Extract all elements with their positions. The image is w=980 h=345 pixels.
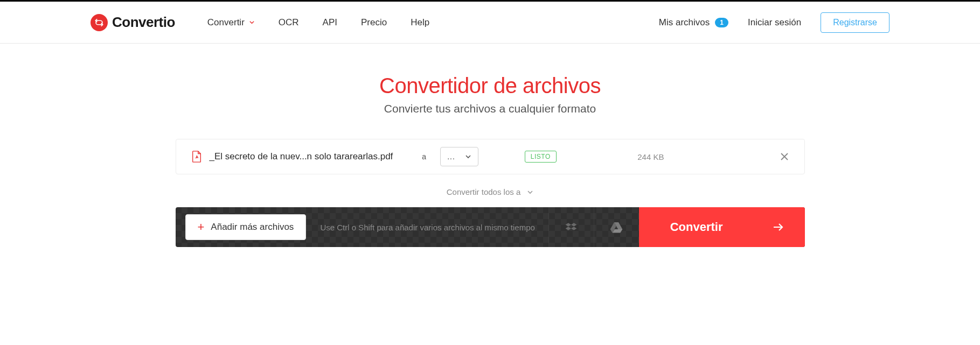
convert-label: Convertir — [670, 220, 723, 234]
nav-help[interactable]: Help — [411, 17, 429, 28]
nav-precio[interactable]: Precio — [361, 17, 387, 28]
convert-button[interactable]: Convertir — [639, 207, 805, 247]
nav-label: Help — [411, 17, 429, 28]
nav: Convertir OCR API Precio Help — [207, 17, 429, 28]
logo[interactable]: Convertio — [91, 14, 175, 31]
nav-label: Precio — [361, 17, 387, 28]
format-select[interactable]: ... — [440, 147, 478, 166]
my-files-link[interactable]: Mis archivos 1 — [659, 17, 728, 28]
logo-text: Convertio — [112, 14, 175, 31]
chevron-down-icon — [249, 19, 255, 25]
login-link[interactable]: Iniciar sesión — [748, 17, 801, 28]
page-subtitle: Convierte tus archivos a cualquier forma… — [0, 102, 980, 115]
nav-label: API — [323, 17, 337, 28]
convert-all-row[interactable]: Convertir todos los a — [176, 174, 805, 207]
to-label: a — [422, 152, 426, 161]
nav-label: OCR — [279, 17, 299, 28]
close-icon[interactable] — [780, 152, 789, 161]
status-badge: LISTO — [525, 151, 557, 163]
signup-button[interactable]: Registrarse — [821, 12, 889, 33]
nav-ocr[interactable]: OCR — [279, 17, 299, 28]
my-files-label: Mis archivos — [659, 17, 710, 28]
add-more-label: Añadir más archivos — [211, 222, 294, 233]
chevron-down-icon — [527, 189, 533, 195]
add-more-wrap: + Añadir más archivos — [176, 207, 316, 247]
converter-panel: _El secreto de la nuev...n solo tararear… — [176, 139, 805, 247]
page-title: Convertidor de archivos — [0, 74, 980, 98]
hint-text: Use Ctrl o Shift para añadir varios arch… — [316, 207, 548, 247]
header-right: Mis archivos 1 Iniciar sesión Registrars… — [659, 12, 889, 33]
nav-label: Convertir — [207, 17, 245, 28]
nav-convertir[interactable]: Convertir — [207, 17, 255, 28]
google-drive-button[interactable] — [594, 207, 639, 247]
format-placeholder: ... — [447, 152, 455, 161]
action-bar: + Añadir más archivos Use Ctrl o Shift p… — [176, 207, 805, 247]
hero: Convertidor de archivos Convierte tus ar… — [0, 44, 980, 115]
pdf-icon — [191, 151, 202, 163]
logo-icon — [91, 14, 108, 31]
header: Convertio Convertir OCR API Precio Help … — [0, 2, 980, 44]
plus-icon: + — [198, 221, 205, 233]
google-drive-icon — [609, 220, 623, 234]
nav-api[interactable]: API — [323, 17, 337, 28]
convert-all-label: Convertir todos los a — [447, 187, 521, 196]
dropbox-button[interactable] — [548, 207, 594, 247]
file-row: _El secreto de la nuev...n solo tararear… — [176, 139, 805, 174]
arrow-right-icon — [772, 221, 784, 234]
dropbox-icon — [564, 220, 578, 234]
add-more-button[interactable]: + Añadir más archivos — [185, 214, 307, 240]
file-size: 244 KB — [637, 152, 664, 161]
my-files-badge: 1 — [715, 18, 728, 27]
file-name: _El secreto de la nuev...n solo tararear… — [210, 151, 393, 162]
chevron-down-icon — [465, 153, 471, 160]
